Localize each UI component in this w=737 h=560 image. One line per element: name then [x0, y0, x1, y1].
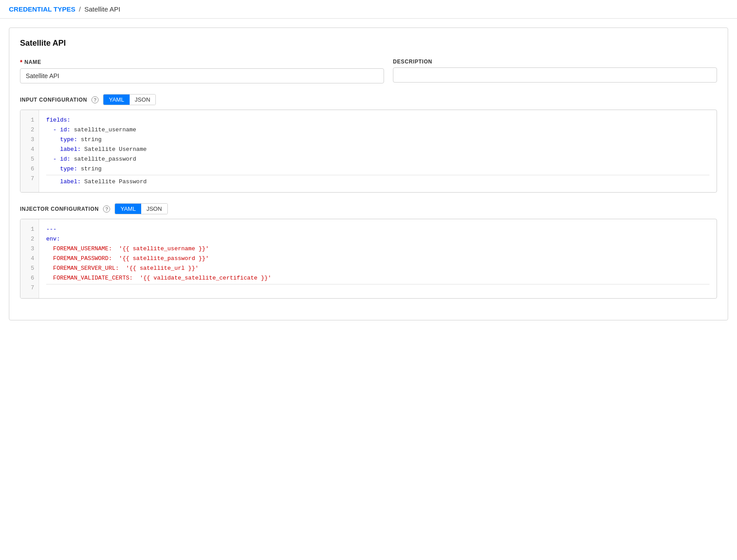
injector-config-toggle: YAML JSON [115, 203, 167, 214]
name-field-group: * NAME [20, 59, 384, 83]
form-card: Satellite API * NAME DESCRIPTION INPUT C… [9, 28, 728, 320]
input-code-line-1: fields: [46, 115, 709, 125]
breadcrumb: CREDENTIAL TYPES / Satellite API [0, 0, 737, 19]
input-config-line-numbers: 1 2 3 4 5 6 7 [20, 110, 39, 192]
input-config-code[interactable]: fields: - id: satellite_username type: s… [39, 110, 717, 192]
injector-config-header: INJECTOR CONFIGURATION ? YAML JSON [20, 203, 717, 214]
input-code-line-7: label: Satellite Password [46, 175, 709, 187]
input-code-line-3: type: string [46, 135, 709, 145]
name-input[interactable] [20, 68, 384, 83]
description-input[interactable] [393, 67, 717, 83]
input-code-line-4: label: Satellite Username [46, 145, 709, 154]
input-config-help-icon[interactable]: ? [91, 96, 99, 103]
injector-config-help-icon[interactable]: ? [103, 205, 110, 213]
injector-config-code[interactable]: --- env: FOREMAN_USERNAME: '{{ satellite… [39, 219, 717, 298]
input-code-line-5: - id: satellite_password [46, 154, 709, 164]
required-star: * [20, 59, 23, 66]
injector-code-line-4: FOREMAN_PASSWORD: '{{ satellite_password… [46, 254, 709, 264]
injector-code-line-6: FOREMAN_VALIDATE_CERTS: '{{ validate_sat… [46, 273, 709, 283]
input-config-yaml-button[interactable]: YAML [103, 95, 129, 105]
input-code-line-6: type: string [46, 164, 709, 174]
description-label: DESCRIPTION [393, 59, 717, 65]
card-title: Satellite API [20, 39, 717, 48]
breadcrumb-link[interactable]: CREDENTIAL TYPES [9, 5, 75, 13]
input-config-label: INPUT CONFIGURATION [20, 97, 87, 103]
description-field-group: DESCRIPTION [393, 59, 717, 83]
injector-config-yaml-button[interactable]: YAML [115, 204, 141, 214]
input-config-toggle: YAML JSON [103, 94, 156, 105]
injector-code-line-1: --- [46, 225, 709, 234]
input-config-editor: 1 2 3 4 5 6 7 fields: - id: satellite_us… [20, 110, 717, 193]
injector-config-json-button[interactable]: JSON [141, 204, 167, 214]
injector-config-editor: 1 2 3 4 5 6 7 --- env: FOREMAN_USERNAME:… [20, 219, 717, 299]
injector-code-line-7 [46, 284, 709, 286]
breadcrumb-current-page: Satellite API [84, 5, 120, 13]
injector-config-line-numbers: 1 2 3 4 5 6 7 [20, 219, 39, 298]
breadcrumb-separator: / [79, 5, 81, 13]
injector-code-line-3: FOREMAN_USERNAME: '{{ satellite_username… [46, 244, 709, 254]
injector-code-line-5: FOREMAN_SERVER_URL: '{{ satellite_url }}… [46, 264, 709, 273]
injector-config-label: INJECTOR CONFIGURATION [20, 206, 99, 212]
input-config-header: INPUT CONFIGURATION ? YAML JSON [20, 94, 717, 105]
input-config-json-button[interactable]: JSON [130, 95, 156, 105]
input-code-line-2: - id: satellite_username [46, 125, 709, 135]
name-label: * NAME [20, 59, 384, 66]
name-description-row: * NAME DESCRIPTION [20, 59, 717, 83]
injector-code-line-2: env: [46, 234, 709, 244]
main-content: Satellite API * NAME DESCRIPTION INPUT C… [0, 19, 737, 329]
